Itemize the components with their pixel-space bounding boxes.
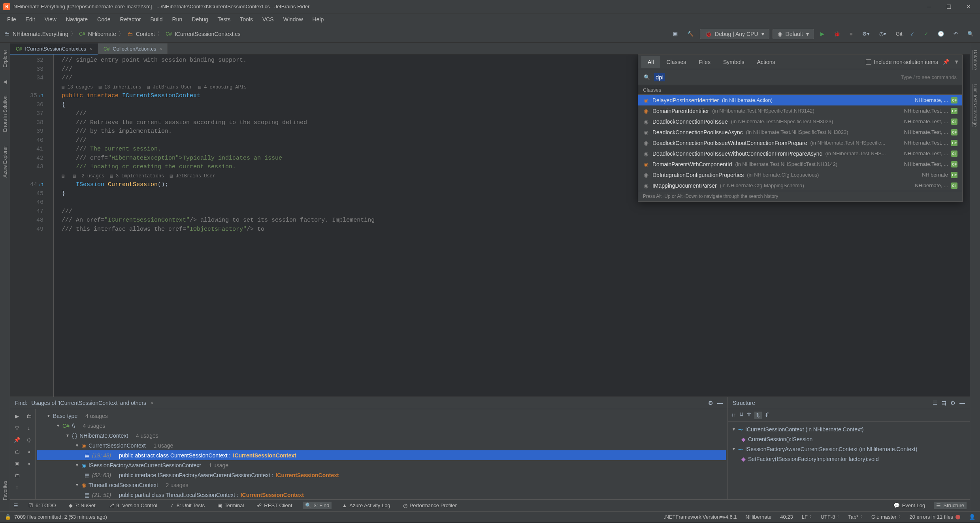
search-tab-symbols[interactable]: Symbols xyxy=(717,56,751,68)
close-tab-icon[interactable]: × xyxy=(150,400,153,406)
find-tree-row[interactable]: ▤(19: 48) public abstract class CurrentS… xyxy=(37,450,726,460)
pin-icon[interactable]: 📌 xyxy=(943,59,949,65)
menu-run[interactable]: Run xyxy=(168,15,187,24)
azure-explorer-tab[interactable]: Azure Explorer xyxy=(2,143,9,181)
run-target-dropdown[interactable]: ◉ Default ▾ xyxy=(773,29,814,39)
pin-icon[interactable]: 📌 xyxy=(12,435,22,445)
close-tab-icon[interactable]: × xyxy=(159,46,162,52)
bottom-tab[interactable]: ▣Terminal xyxy=(215,502,246,509)
search-tab-classes[interactable]: Classes xyxy=(660,56,693,68)
bottom-tab[interactable]: ▲Azure Activity Log xyxy=(339,502,392,509)
errors-tab[interactable]: Errors in Solution xyxy=(2,92,9,135)
more-icon[interactable]: » xyxy=(24,458,34,468)
fold-column[interactable] xyxy=(46,55,54,397)
search-tab-actions[interactable]: Actions xyxy=(751,56,782,68)
close-tab-icon[interactable]: × xyxy=(89,46,92,52)
status-encoding[interactable]: UTF-8 ÷ xyxy=(821,514,840,520)
status-framework[interactable]: .NETFramework,Version=v4.6.1 xyxy=(664,514,737,520)
git-update-button[interactable]: ↙ xyxy=(907,29,918,38)
menu-tools[interactable]: Tools xyxy=(236,15,257,24)
menu-debug[interactable]: Debug xyxy=(188,15,212,24)
search-result-row[interactable]: ◉ DeadlockConnectionPoolIssue (in NHiber… xyxy=(638,116,962,127)
close-button[interactable]: ✕ xyxy=(963,2,974,12)
expand-all-icon[interactable]: ⇊ xyxy=(739,412,744,419)
database-tab[interactable]: Database xyxy=(972,47,979,73)
select-file-button[interactable]: ▣ xyxy=(670,29,681,38)
bottom-tab[interactable]: ◆7: NuGet xyxy=(66,502,98,509)
rerun-icon[interactable]: ▶ xyxy=(12,411,22,421)
minimize-button[interactable]: ─ xyxy=(924,2,934,12)
find-tree-row[interactable]: ▤(21: 51) public partial class ThreadLoc… xyxy=(37,490,726,499)
search-result-row[interactable]: ◉ DomainParentIdentifier (in NHibernate.… xyxy=(638,105,962,116)
filter-icon[interactable]: ▽ xyxy=(12,423,22,433)
group-icon[interactable]: 🗀 xyxy=(12,446,22,457)
search-everywhere-button[interactable]: 🔍 xyxy=(964,29,977,38)
search-result-row[interactable]: ◉ IMappingDocumentParser (in NHibernate.… xyxy=(638,180,962,191)
person-icon[interactable]: 👤 xyxy=(969,514,975,520)
status-errors[interactable]: 20 errors in 11 files xyxy=(909,514,960,520)
collapse-icon[interactable]: ⇶ xyxy=(942,400,946,406)
bottom-tab[interactable]: ☑6: TODO xyxy=(26,502,58,509)
status-indent[interactable]: Tab* ÷ xyxy=(848,514,863,520)
gear-icon[interactable]: ⚙ xyxy=(950,400,956,406)
build-button[interactable]: 🔨 xyxy=(684,29,697,38)
maximize-button[interactable]: ☐ xyxy=(944,2,954,12)
bottom-tab[interactable]: ✓8: Unit Tests xyxy=(168,502,207,509)
find-tree-row[interactable]: ▼◉CurrentSessionContext 1 usage xyxy=(37,440,726,450)
structure-tree-row[interactable]: ◆SetFactory(ISessionFactoryImplementor f… xyxy=(730,454,967,464)
git-history-button[interactable]: 🕐 xyxy=(935,29,947,38)
bottom-tab[interactable]: 🔍3: Find xyxy=(303,502,332,509)
sort-icon[interactable]: ↓↑ xyxy=(731,412,736,419)
search-result-row[interactable]: ◉ DelayedPostInsertIdentifier (in NHiber… xyxy=(638,95,962,105)
structure-tree-row[interactable]: ◆CurrentSession():ISession xyxy=(730,434,967,444)
next-icon[interactable]: ↓ xyxy=(24,423,34,433)
find-tree-row[interactable]: ▼C#\\ 4 usages xyxy=(37,421,726,431)
expand-icon[interactable]: ▼ xyxy=(75,443,79,448)
bottom-tab[interactable]: ⎇9: Version Control xyxy=(106,502,160,509)
expand-icon[interactable]: ▼ xyxy=(47,414,51,418)
prev-icon[interactable]: ↑ xyxy=(12,482,22,492)
lock-icon[interactable]: 🔒 xyxy=(5,514,11,520)
breadcrumb-item[interactable]: Context xyxy=(136,31,155,37)
expand-icon[interactable]: ▼ xyxy=(732,447,736,451)
find-tree-row[interactable]: ▼{ }NHibernate.Context 4 usages xyxy=(37,431,726,440)
debug-button[interactable]: 🐞 xyxy=(831,29,843,38)
find-tree-row[interactable]: ▼◉ThreadLocalSessionContext 2 usages xyxy=(37,480,726,490)
search-input[interactable]: dpi xyxy=(654,73,665,81)
editor-tab[interactable]: C# ICurrentSessionContext.cs × xyxy=(10,43,98,54)
structure-tree[interactable]: ▼⊸ICurrentSessionContext (in NHibernate.… xyxy=(728,422,970,499)
menu-view[interactable]: View xyxy=(41,15,60,24)
autoscroll-icon[interactable]: ⇅ xyxy=(754,412,762,419)
status-line-ending[interactable]: LF ÷ xyxy=(802,514,812,520)
favorites-tab[interactable]: Favorites xyxy=(2,478,9,503)
gear-icon[interactable]: ⚙ xyxy=(708,400,713,406)
bottom-tab[interactable]: 💬Event Log xyxy=(891,502,928,509)
status-project[interactable]: NHibernate xyxy=(746,514,772,520)
status-caret-position[interactable]: 40:23 xyxy=(780,514,793,520)
search-result-row[interactable]: ◉ DeadlockConnectionPoolIssueWithoutConn… xyxy=(638,137,962,148)
bottom-tab[interactable]: ☍REST Client xyxy=(254,502,294,509)
menu-tests[interactable]: Tests xyxy=(214,15,235,24)
expand-icon[interactable]: ▼ xyxy=(56,423,60,428)
expand-icon[interactable]: ▼ xyxy=(75,463,79,467)
menu-refactor[interactable]: Refactor xyxy=(116,15,145,24)
status-git-branch[interactable]: Git: master ÷ xyxy=(871,514,901,520)
search-result-row[interactable]: ◉ DeadlockConnectionPoolIssueWithoutConn… xyxy=(638,148,962,159)
flatten-icon[interactable]: 🗀 xyxy=(12,470,22,480)
git-revert-button[interactable]: ↶ xyxy=(950,29,961,38)
bottom-tab[interactable]: ☰Structure xyxy=(934,502,967,509)
more-icon[interactable]: » xyxy=(24,446,34,457)
search-result-row[interactable]: ◉ DbIntegrationConfigurationProperties (… xyxy=(638,169,962,180)
expand-icon[interactable]: ▼ xyxy=(732,427,736,431)
menu-file[interactable]: File xyxy=(3,15,20,24)
configuration-dropdown[interactable]: 🐞 Debug | Any CPU ▾ xyxy=(700,29,769,39)
menu-vcs[interactable]: VCS xyxy=(258,15,278,24)
coverage-button[interactable]: ◷▾ xyxy=(876,29,890,38)
find-tree[interactable]: ▼Base type 4 usages▼C#\\ 4 usages▼{ }NHi… xyxy=(36,409,727,499)
menu-code[interactable]: Code xyxy=(93,15,114,24)
profile-button[interactable]: ⚙▾ xyxy=(859,29,873,38)
tree-icon[interactable]: ☰ xyxy=(933,400,938,406)
menu-edit[interactable]: Edit xyxy=(22,15,39,24)
menu-help[interactable]: Help xyxy=(309,15,328,24)
expand-icon[interactable]: ▣ xyxy=(12,458,22,468)
